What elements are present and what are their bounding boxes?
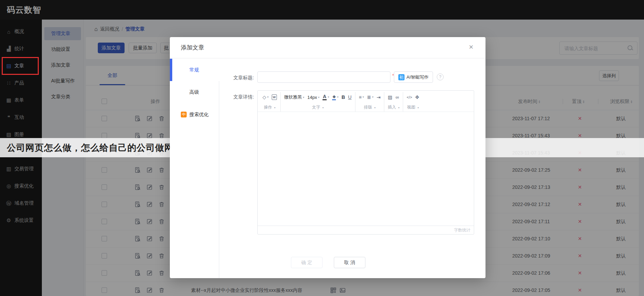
- help-icon[interactable]: ?: [437, 73, 444, 80]
- dialog-title: 添加文章: [181, 37, 204, 58]
- toolbar-group-layout: ≡▾ ≣▾ ⇥ 排版 ▾: [355, 92, 384, 112]
- rich-text-editor: ◇▾ W 操作 ▾ 微软雅黑▾ 14px▾ A▾ ◆▾ B U 文字 ▾: [257, 90, 474, 235]
- source-code-icon[interactable]: </>: [407, 94, 412, 100]
- word-import-icon[interactable]: W: [272, 94, 277, 100]
- group-label-text[interactable]: 文字 ▾: [284, 104, 352, 110]
- article-title-input[interactable]: [257, 71, 390, 83]
- article-detail-label: 文章详情:: [225, 94, 254, 100]
- group-label-view[interactable]: 视图 ▾: [407, 104, 419, 110]
- dialog-tab-advanced[interactable]: 高级: [170, 81, 219, 103]
- close-icon[interactable]: ✕: [467, 43, 475, 52]
- bold-icon[interactable]: B: [341, 94, 345, 100]
- group-label-layout[interactable]: 排版 ▾: [359, 104, 381, 110]
- toolbar-group-insert: ▨ ∞ 插入 ▾: [384, 92, 403, 112]
- editor-content-area[interactable]: [258, 112, 474, 226]
- dialog-header: 添加文章 ✕: [170, 37, 485, 58]
- ai-writing-button[interactable]: 初 AI智能写作: [394, 71, 433, 83]
- fullscreen-icon[interactable]: ✥: [415, 94, 419, 100]
- underline-icon[interactable]: U: [348, 94, 352, 100]
- eraser-icon[interactable]: ◇▾: [262, 94, 269, 100]
- confirm-button[interactable]: 确 定: [291, 257, 323, 268]
- align-icon[interactable]: ≡▾: [359, 94, 364, 100]
- dialog-tab-general[interactable]: 常规: [170, 59, 219, 81]
- app-root: 码云数智 ⌂ 概况 ▟ 统计 ▤ 文章 ∷ 产品 ▦ 表单 ❝ 互动 ▨ 图册 …: [0, 0, 644, 296]
- cancel-button[interactable]: 取 消: [334, 257, 365, 268]
- insert-image-icon[interactable]: ▨: [388, 94, 392, 100]
- editor-toolbar: ◇▾ W 操作 ▾ 微软雅黑▾ 14px▾ A▾ ◆▾ B U 文字 ▾: [258, 91, 474, 112]
- toolbar-group-text: 微软雅黑▾ 14px▾ A▾ ◆▾ B U 文字 ▾: [280, 92, 355, 112]
- dialog-tab-seo[interactable]: 中 搜索优化: [170, 103, 219, 126]
- group-label-operate[interactable]: 操作 ▾: [262, 104, 277, 110]
- ai-badge-icon: 初: [398, 74, 405, 80]
- tab-column-divider: [219, 81, 219, 278]
- word-count-label[interactable]: 字数统计: [454, 226, 470, 234]
- font-color-icon[interactable]: A▾: [323, 94, 329, 100]
- toolbar-group-view: </> ✥ 视图 ▾: [403, 92, 423, 112]
- toolbar-group-operate: ◇▾ W 操作 ▾: [259, 92, 280, 112]
- seo-badge-icon: 中: [181, 112, 187, 117]
- font-family-select[interactable]: 微软雅黑▾: [284, 94, 304, 100]
- font-size-select[interactable]: 14px▾: [307, 95, 319, 100]
- article-title-label: 文章标题:: [225, 75, 254, 81]
- highlight-color-icon[interactable]: ◆▾: [332, 94, 338, 100]
- group-label-insert[interactable]: 插入 ▾: [388, 104, 399, 110]
- add-article-dialog: 添加文章 ✕ 常规 高级 中 搜索优化 文章标题: * 初 AI智能写作 ? 文…: [170, 37, 485, 278]
- insert-link-icon[interactable]: ∞: [396, 94, 399, 100]
- indent-icon[interactable]: ⇥: [377, 94, 381, 100]
- editor-status-bar: 字数统计: [258, 226, 474, 234]
- line-height-icon[interactable]: ≣▾: [367, 94, 374, 100]
